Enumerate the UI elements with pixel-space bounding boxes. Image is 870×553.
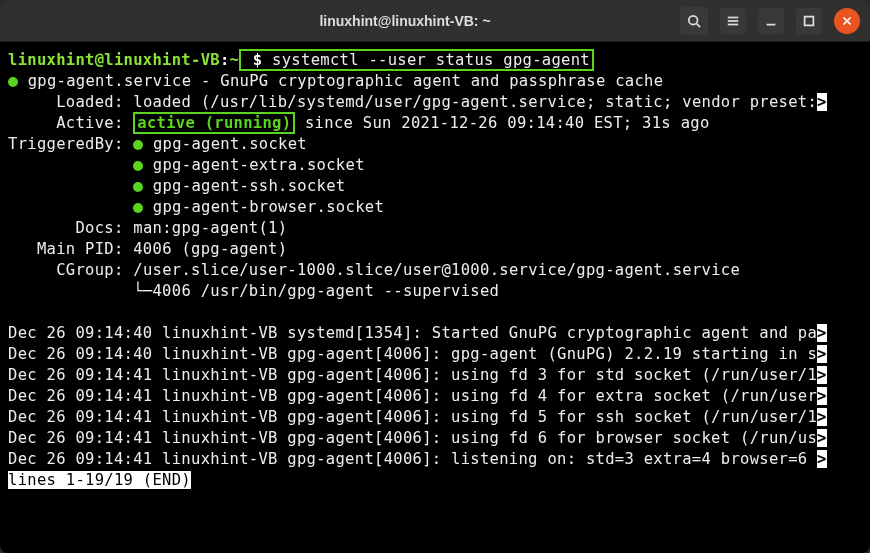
prompt-symbol: $ xyxy=(253,51,263,69)
prompt-path: ~ xyxy=(230,51,240,69)
trigger-item: gpg-agent-extra.socket xyxy=(153,156,365,174)
status-bullet-icon xyxy=(8,77,18,87)
prompt-colon: : xyxy=(220,51,230,69)
log-line: Dec 26 09:14:41 linuxhint-VB gpg-agent[4… xyxy=(8,408,817,426)
status-bullet-icon xyxy=(133,140,143,150)
cgroup-proc: └─4006 /usr/bin/gpg-agent --supervised xyxy=(133,282,499,300)
close-button[interactable] xyxy=(834,8,860,34)
minimize-icon xyxy=(764,14,778,28)
log-line: Dec 26 09:14:40 linuxhint-VB gpg-agent[4… xyxy=(8,345,817,363)
search-button[interactable] xyxy=(680,7,708,35)
pid-value: 4006 (gpg-agent) xyxy=(133,240,287,258)
terminal-window: linuxhint@linuxhint-VB: ~ linuxhint@linu… xyxy=(0,0,870,553)
truncation-marker: > xyxy=(817,366,827,384)
truncation-marker: > xyxy=(817,93,827,111)
docs-value: man:gpg-agent(1) xyxy=(133,219,287,237)
pid-label: Main PID: xyxy=(37,240,124,258)
trigger-item: gpg-agent-browser.socket xyxy=(153,198,384,216)
status-bullet-icon xyxy=(133,203,143,213)
prompt-user: linuxhint@linuxhint-VB xyxy=(8,51,220,69)
truncation-marker: > xyxy=(817,387,827,405)
active-status: active (running) xyxy=(137,114,291,132)
search-icon xyxy=(687,14,701,28)
active-since: since Sun 2021-12-26 09:14:40 EST; 31s a… xyxy=(295,114,709,132)
active-label: Active: xyxy=(56,114,123,132)
svg-rect-6 xyxy=(805,16,814,25)
truncation-marker: > xyxy=(817,450,827,468)
command-highlight: $ systemctl --user status gpg-agent xyxy=(239,49,594,71)
menu-button[interactable] xyxy=(720,8,746,34)
terminal-content[interactable]: linuxhint@linuxhint-VB:~ $ systemctl --u… xyxy=(0,42,870,553)
truncation-marker: > xyxy=(817,324,827,342)
titlebar: linuxhint@linuxhint-VB: ~ xyxy=(0,0,870,42)
log-line: Dec 26 09:14:40 linuxhint-VB systemd[135… xyxy=(8,324,817,342)
truncation-marker: > xyxy=(817,345,827,363)
log-line: Dec 26 09:14:41 linuxhint-VB gpg-agent[4… xyxy=(8,366,817,384)
command-text: systemctl --user status gpg-agent xyxy=(272,51,590,69)
truncation-marker: > xyxy=(817,408,827,426)
cgroup-label: CGroup: xyxy=(56,261,123,279)
hamburger-icon xyxy=(726,14,740,28)
window-title: linuxhint@linuxhint-VB: ~ xyxy=(130,13,680,29)
status-bullet-icon xyxy=(133,161,143,171)
trigger-item: gpg-agent-ssh.socket xyxy=(153,177,346,195)
cgroup-path: /user.slice/user-1000.slice/user@1000.se… xyxy=(133,261,740,279)
svg-point-0 xyxy=(689,15,698,24)
log-line: Dec 26 09:14:41 linuxhint-VB gpg-agent[4… xyxy=(8,450,817,468)
status-bullet-icon xyxy=(133,182,143,192)
svg-line-1 xyxy=(697,23,701,27)
service-name: gpg-agent.service - GnuPG cryptographic … xyxy=(28,72,664,90)
maximize-button[interactable] xyxy=(796,8,822,34)
active-status-highlight: active (running) xyxy=(133,112,295,134)
minimize-button[interactable] xyxy=(758,8,784,34)
close-icon xyxy=(840,14,854,28)
log-line: Dec 26 09:14:41 linuxhint-VB gpg-agent[4… xyxy=(8,429,817,447)
maximize-icon xyxy=(802,14,816,28)
loaded-label: Loaded: xyxy=(56,93,123,111)
triggered-label: TriggeredBy: xyxy=(8,135,124,153)
loaded-value: loaded (/usr/lib/systemd/user/gpg-agent.… xyxy=(133,93,817,111)
log-line: Dec 26 09:14:41 linuxhint-VB gpg-agent[4… xyxy=(8,387,817,405)
docs-label: Docs: xyxy=(75,219,123,237)
pager-status: lines 1-19/19 (END) xyxy=(8,471,191,489)
trigger-item: gpg-agent.socket xyxy=(153,135,307,153)
truncation-marker: > xyxy=(817,429,827,447)
